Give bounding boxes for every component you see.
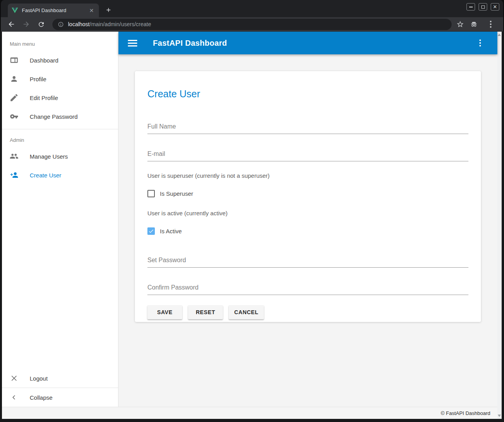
sidebar-item-manage-users[interactable]: Manage Users [2,147,118,166]
browser-tab[interactable]: FastAPI Dashboard ✕ [8,4,99,17]
save-button[interactable]: SAVE [147,305,182,319]
back-arrow-icon[interactable] [6,19,16,29]
appbar-title: FastAPI Dashboard [153,39,227,48]
sidebar-item-label: Logout [30,375,48,382]
star-bookmark-icon[interactable] [456,20,464,28]
create-user-card: Create User User is superuser (currently… [135,71,481,322]
sidebar-item-change-password[interactable]: Change Password [2,107,118,126]
tab-strip: FastAPI Dashboard ✕ ✕ [0,0,504,17]
page-viewport: Main menu Dashboard Profile Edit Profile [2,32,502,419]
url-host: localhost [68,21,90,27]
browser-window: FastAPI Dashboard ✕ ✕ localhost/main/adm… [0,0,504,422]
superuser-note: User is superuser (currently is not a su… [147,172,468,179]
superuser-checkbox-label: Is Superuser [160,190,193,197]
close-button[interactable]: ✕ [491,3,499,11]
url-path: /main/admin/users/create [90,21,151,27]
sidebar-item-label: Manage Users [30,153,68,160]
pencil-icon [9,93,19,102]
info-icon[interactable] [58,21,64,27]
app-root: Main menu Dashboard Profile Edit Profile [2,32,497,419]
dashboard-icon [9,55,19,65]
sidebar-bottom: Logout Collapse [2,369,118,407]
main-area: FastAPI Dashboard Create User User is su… [118,32,497,407]
tab-close-icon[interactable]: ✕ [88,7,95,14]
sidebar-item-label: Create User [30,172,61,179]
sidebar-item-logout[interactable]: Logout [2,369,118,388]
toolbar-right [456,17,498,31]
sidebar-item-label: Dashboard [30,57,58,64]
appbar-kebab-menu-icon[interactable] [473,36,487,50]
close-x-icon [9,374,19,383]
scroll-up-arrow-icon[interactable] [498,34,501,36]
reload-icon[interactable] [36,19,46,29]
sidebar-divider [2,129,118,129]
new-tab-button[interactable] [103,5,113,15]
tab-title: FastAPI Dashboard [22,7,88,13]
cancel-button[interactable]: CANCEL [229,305,264,319]
sidebar-item-create-user[interactable]: Create User [2,166,118,184]
people-icon [9,152,19,161]
minimize-button[interactable] [466,3,475,11]
full-name-input[interactable] [147,122,468,134]
vue-logo-icon [12,7,18,13]
confirm-password-input[interactable] [147,283,468,295]
app-footer: © FastAPI Dashboard [2,407,497,419]
set-password-input[interactable] [147,255,468,268]
person-icon [9,74,19,84]
sidebar-item-edit-profile[interactable]: Edit Profile [2,88,118,107]
sidebar-section-header: Admin [2,132,118,147]
scroll-down-arrow-icon[interactable] [498,415,501,417]
app-bar: FastAPI Dashboard [118,32,497,54]
sidebar-item-label: Change Password [30,113,78,120]
incognito-icon [470,20,478,29]
active-checkbox[interactable] [147,227,155,235]
page-scrollbar[interactable] [497,32,502,419]
active-checkbox-label: Is Active [160,228,182,234]
reset-button[interactable]: RESET [188,305,223,319]
hamburger-menu-icon[interactable] [126,36,140,50]
forward-arrow-icon[interactable] [21,19,31,29]
browser-toolbar: localhost/main/admin/users/create [0,17,504,32]
sidebar-item-dashboard[interactable]: Dashboard [2,51,118,70]
active-note: User is active (currently active) [147,210,468,216]
sidebar-item-profile[interactable]: Profile [2,70,118,88]
browser-menu-kebab-icon[interactable] [484,17,498,31]
superuser-checkbox[interactable] [147,190,155,197]
superuser-checkbox-row[interactable]: Is Superuser [147,190,468,197]
key-icon [9,112,19,121]
chevron-left-icon [9,393,19,402]
sidebar-item-label: Edit Profile [30,95,58,101]
maximize-button[interactable] [479,3,487,11]
sidebar-section-header: Main menu [2,36,118,51]
sidebar: Main menu Dashboard Profile Edit Profile [2,32,118,407]
sidebar-item-label: Profile [30,76,47,82]
page-title: Create User [147,88,468,100]
url-bar[interactable]: localhost/main/admin/users/create [52,19,452,30]
content-area: Create User User is superuser (currently… [118,54,497,407]
plus-icon [105,7,112,13]
checkmark-icon [148,228,154,234]
email-input[interactable] [147,149,468,161]
sidebar-item-label: Collapse [30,394,52,401]
sidebar-item-collapse[interactable]: Collapse [2,388,118,407]
person-add-icon [9,170,19,180]
window-controls: ✕ [466,3,499,11]
active-checkbox-row[interactable]: Is Active [147,227,468,235]
button-row: SAVE RESET CANCEL [147,305,468,319]
copyright-text: © FastAPI Dashboard [441,410,490,416]
